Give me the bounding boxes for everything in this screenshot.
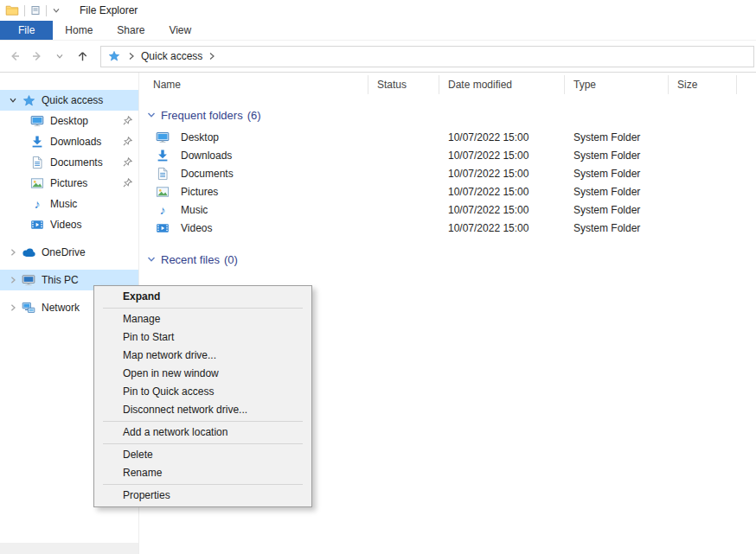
group-label: Frequent folders — [161, 109, 243, 122]
file-date-modified: 10/07/2022 15:00 — [439, 222, 565, 234]
group-label: Recent files — [161, 253, 220, 266]
sidebar-item-quick-access[interactable]: Quick access — [0, 90, 138, 111]
quick-access-icon — [21, 93, 36, 107]
file-name-cell: Downloads — [139, 149, 368, 162]
context-menu-item-pin-to-quick-access[interactable]: Pin to Quick access — [94, 383, 311, 401]
breadcrumb-quick-access[interactable]: Quick access — [141, 50, 202, 62]
file-row-documents[interactable]: Documents10/07/2022 15:00System Folder — [139, 164, 756, 182]
chevron-collapsed-icon[interactable] — [5, 248, 21, 257]
sidebar-item-videos[interactable]: Videos — [0, 214, 138, 235]
context-menu-item-disconnect-network-drive[interactable]: Disconnect network drive... — [94, 401, 311, 419]
menu-separator — [103, 308, 303, 309]
pin-icon — [123, 178, 132, 190]
pictures-icon — [29, 176, 45, 190]
file-date-modified: 10/07/2022 15:00 — [439, 168, 565, 180]
ribbon-tabs: FileHomeShareView — [0, 21, 756, 41]
file-date-modified: 10/07/2022 15:00 — [439, 186, 565, 198]
window-title: File Explorer — [80, 4, 138, 16]
recent-locations-chevron-icon[interactable] — [48, 45, 71, 67]
back-button[interactable] — [3, 45, 26, 67]
file-type: System Folder — [565, 131, 669, 143]
navigation-bar: Quick access — [0, 41, 756, 73]
file-row-videos[interactable]: Videos10/07/2022 15:00System Folder — [139, 219, 756, 237]
desktop-icon — [29, 114, 45, 128]
context-menu-item-manage[interactable]: Manage — [94, 310, 311, 328]
file-row-music[interactable]: ♪Music10/07/2022 15:00System Folder — [139, 201, 756, 219]
file-name: Videos — [181, 222, 212, 234]
pin-icon — [123, 157, 132, 169]
file-name: Music — [181, 204, 208, 216]
chevron-expanded-icon[interactable] — [5, 96, 21, 105]
context-menu-item-properties[interactable]: Properties — [94, 487, 311, 505]
onedrive-icon — [21, 245, 36, 259]
address-bar[interactable]: Quick access — [100, 46, 754, 67]
quick-access-icon — [106, 49, 122, 63]
context-menu-item-map-network-drive[interactable]: Map network drive... — [94, 347, 311, 365]
downloads-icon — [29, 135, 45, 149]
file-row-desktop[interactable]: Desktop10/07/2022 15:00System Folder — [139, 128, 756, 146]
group-header-frequent-folders[interactable]: Frequent folders (6) — [146, 105, 756, 124]
quick-access-toolbar-icon[interactable] — [30, 5, 41, 16]
context-menu: ExpandManagePin to StartMap network driv… — [93, 285, 312, 507]
sidebar-item-desktop[interactable]: Desktop — [0, 111, 138, 131]
network-icon — [21, 301, 36, 315]
chevron-collapsed-icon[interactable] — [5, 276, 21, 284]
context-menu-item-open-in-new-window[interactable]: Open in new window — [94, 365, 311, 383]
group-collapse-chevron-icon[interactable] — [146, 254, 157, 264]
titlebar: File Explorer — [0, 0, 756, 21]
column-headers: NameStatusDate modifiedTypeSize — [139, 73, 756, 97]
sidebar-horizontal-scrollbar[interactable] — [0, 543, 138, 554]
column-header-name[interactable]: Name — [139, 75, 368, 94]
sidebar-item-label: Videos — [50, 219, 138, 231]
context-menu-item-pin-to-start[interactable]: Pin to Start — [94, 328, 311, 347]
menu-separator — [103, 484, 303, 485]
chevron-collapsed-icon[interactable] — [5, 303, 21, 312]
context-menu-item-delete[interactable]: Delete — [94, 446, 311, 464]
breadcrumb-chevron-icon[interactable] — [128, 52, 135, 60]
column-header-status[interactable]: Status — [368, 75, 439, 94]
file-name: Desktop — [181, 131, 219, 143]
column-header-date-modified[interactable]: Date modified — [439, 75, 565, 94]
context-menu-item-expand[interactable]: Expand — [94, 288, 311, 306]
ribbon-tab-file[interactable]: File — [0, 21, 53, 40]
column-header-size[interactable]: Size — [669, 75, 737, 94]
file-explorer-window: File Explorer FileHomeShareView Quick ac… — [0, 0, 756, 554]
menu-separator — [103, 443, 303, 444]
sidebar-item-pictures[interactable]: Pictures — [0, 173, 138, 194]
sidebar-item-onedrive[interactable]: OneDrive — [0, 242, 138, 263]
music-icon: ♪ — [155, 203, 170, 217]
file-row-downloads[interactable]: Downloads10/07/2022 15:00System Folder — [139, 146, 756, 164]
context-menu-item-add-a-network-location[interactable]: Add a network location — [94, 423, 311, 442]
ribbon-tab-share[interactable]: Share — [105, 21, 157, 40]
file-name-cell: Videos — [139, 221, 368, 235]
file-name: Pictures — [181, 186, 218, 198]
breadcrumb-chevron-icon[interactable] — [208, 52, 215, 60]
group-collapse-chevron-icon[interactable] — [146, 110, 157, 120]
file-row-pictures[interactable]: Pictures10/07/2022 15:00System Folder — [139, 182, 756, 201]
file-type: System Folder — [565, 222, 669, 234]
app-folder-icon — [5, 3, 19, 17]
desktop-icon — [155, 131, 170, 144]
ribbon-tab-home[interactable]: Home — [53, 21, 105, 40]
sidebar-item-documents[interactable]: Documents — [0, 152, 138, 173]
ribbon-tab-view[interactable]: View — [157, 21, 203, 40]
file-date-modified: 10/07/2022 15:00 — [439, 131, 565, 143]
group-count: (6) — [247, 109, 261, 122]
titlebar-divider — [46, 5, 47, 16]
sidebar-item-downloads[interactable]: Downloads — [0, 131, 138, 152]
file-name-cell: Desktop — [139, 131, 368, 144]
file-name-cell: Pictures — [139, 185, 368, 199]
file-name: Documents — [181, 168, 234, 180]
forward-button[interactable] — [26, 45, 48, 67]
sidebar-item-music[interactable]: ♪Music — [0, 194, 138, 214]
sidebar-item-label: OneDrive — [42, 246, 138, 258]
customize-toolbar-chevron-icon[interactable] — [52, 6, 61, 15]
column-header-type[interactable]: Type — [565, 75, 669, 94]
context-menu-item-rename[interactable]: Rename — [94, 464, 311, 482]
group-header-recent-files[interactable]: Recent files (0) — [146, 250, 756, 269]
group-count: (0) — [224, 253, 238, 266]
pin-icon — [123, 137, 132, 149]
menu-separator — [103, 421, 303, 422]
up-button[interactable] — [71, 45, 93, 67]
file-date-modified: 10/07/2022 15:00 — [439, 150, 565, 162]
